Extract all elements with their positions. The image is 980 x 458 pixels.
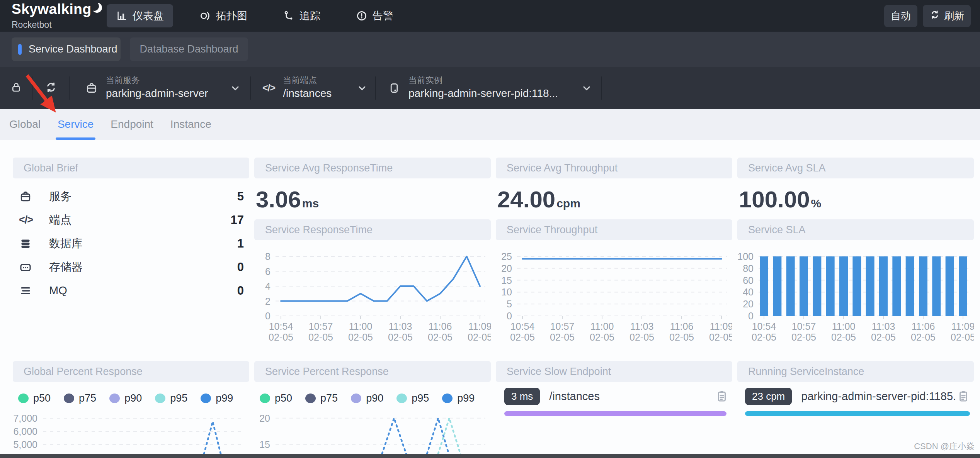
latency-badge: 3 ms	[504, 388, 540, 405]
nav-item-dashboard[interactable]: 仪表盘	[107, 4, 173, 27]
legend-item-p50[interactable]: p50	[260, 392, 292, 404]
global-brief-list: 服务 5 </> 端点 17 数据库 1 存储器 0	[13, 185, 249, 302]
database-icon	[19, 237, 34, 250]
svg-text:20: 20	[743, 299, 754, 309]
card-header: Global Percent Response	[13, 361, 249, 382]
legend-item-p50[interactable]: p50	[18, 392, 51, 404]
scope-tab-service[interactable]: Service	[58, 109, 94, 140]
dashboard-content: Global Brief 服务 5 </> 端点 17 数据库 1	[0, 140, 980, 458]
brief-row-endpoint: </> 端点 17	[13, 208, 249, 232]
svg-text:11:03: 11:03	[872, 321, 895, 332]
legend-item-p75[interactable]: p75	[64, 392, 96, 404]
svg-text:11:00: 11:00	[832, 321, 856, 332]
tab-service-dashboard[interactable]: Service Dashboard	[12, 37, 121, 61]
mq-icon	[19, 284, 34, 297]
svg-text:80: 80	[743, 263, 754, 274]
scope-tab-endpoint[interactable]: Endpoint	[111, 109, 153, 140]
brand-subtitle: Rocketbot	[12, 20, 101, 30]
p99-dot	[201, 394, 211, 403]
brand-logo[interactable]: Skywalking Rocketbot	[12, 2, 101, 30]
nav-item-alarm[interactable]: 告警	[347, 4, 403, 27]
legend-item-p95[interactable]: p95	[396, 392, 429, 404]
svg-text:11:03: 11:03	[389, 321, 412, 332]
card-header: Service Avg Throughput	[496, 158, 732, 178]
current-service-selector[interactable]: 当前服务 parking-admin-server	[70, 67, 250, 109]
p50-dot	[260, 394, 270, 403]
nav-item-topology[interactable]: 拓扑图	[190, 4, 257, 27]
active-tab-marker	[18, 44, 22, 55]
refresh-button[interactable]: 刷新	[923, 5, 971, 27]
chevron-down-icon[interactable]	[230, 83, 241, 93]
svg-text:02-05: 02-05	[550, 332, 575, 343]
cpm-badge: 23 cpm	[745, 388, 792, 405]
avg-response-value: 3.06 ms	[256, 186, 491, 215]
svg-text:02-05: 02-05	[348, 332, 373, 343]
service-response-time-chart: 0246810:5402-0510:5702-0511:0002-0511:03…	[254, 244, 491, 346]
nav-item-label: 拓扑图	[216, 9, 247, 23]
svg-text:11:09: 11:09	[951, 321, 974, 332]
legend-item-p90[interactable]: p90	[351, 392, 383, 404]
service-icon	[19, 190, 34, 203]
scope-tabs: Global Service Endpoint Instance	[0, 109, 980, 140]
legend-item-p99[interactable]: p99	[442, 392, 475, 404]
selector-label: 当前端点	[283, 75, 350, 86]
service-slow-endpoint-card: Service Slow Endpoint 3 ms /instances	[496, 361, 732, 458]
card-header: Service Percent Response	[254, 361, 491, 382]
current-instance-selector[interactable]: 当前实例 parking-admin-server-pid:118...	[376, 67, 601, 109]
svg-text:5: 5	[507, 299, 512, 309]
svg-text:02-05: 02-05	[590, 332, 614, 343]
service-percent-response-chart: 2015	[254, 411, 491, 458]
cache-icon	[19, 261, 34, 274]
current-endpoint-selector[interactable]: </> 当前端点 /instances	[251, 67, 375, 109]
window-bottom-edge	[0, 454, 980, 458]
endpoint-name: /instances	[549, 390, 600, 403]
svg-text:25: 25	[501, 251, 512, 262]
endpoint-icon: </>	[19, 214, 34, 226]
service-sla-chart: 02040608010010:5402-0510:5702-0511:0002-…	[737, 244, 974, 346]
chevron-down-icon[interactable]	[357, 83, 368, 93]
p95-dot	[155, 394, 165, 403]
card-header: Service Avg ResponseTime	[254, 158, 491, 178]
p90-dot	[351, 394, 361, 403]
p75-dot	[64, 394, 74, 403]
legend-item-p75[interactable]: p75	[305, 392, 338, 404]
nav-item-trace[interactable]: 追踪	[274, 4, 330, 27]
scope-tab-instance[interactable]: Instance	[170, 109, 211, 140]
svg-text:02-05: 02-05	[791, 332, 816, 343]
brief-row-database: 数据库 1	[13, 232, 249, 255]
card-header: Service Throughput	[496, 219, 732, 240]
clipboard-icon[interactable]	[715, 390, 728, 403]
svg-text:10:54: 10:54	[752, 321, 776, 332]
reload-selectors-button[interactable]	[33, 67, 69, 109]
selector-label: 当前实例	[408, 75, 574, 86]
dashboard-chart-icon	[116, 10, 128, 22]
clipboard-icon[interactable]	[957, 390, 970, 403]
instance-icon	[388, 81, 401, 95]
nav-item-label: 告警	[373, 9, 393, 23]
scope-tab-global[interactable]: Global	[9, 109, 41, 140]
legend-item-p90[interactable]: p90	[109, 392, 142, 404]
p99-dot	[442, 394, 453, 403]
refresh-icon	[929, 9, 940, 23]
nav-actions: 自动 刷新	[884, 5, 971, 27]
p95-dot	[396, 394, 407, 403]
svg-text:0: 0	[265, 310, 271, 321]
p90-dot	[109, 394, 120, 403]
legend-item-p99[interactable]: p99	[201, 392, 233, 404]
tab-database-dashboard[interactable]: Database Dashboard	[130, 37, 248, 61]
chevron-down-icon[interactable]	[581, 83, 592, 93]
card-header: Service SLA	[737, 219, 974, 240]
svg-text:10:54: 10:54	[269, 321, 293, 332]
percentile-legend: p50 p75 p90 p95 p99	[18, 392, 249, 404]
nav-item-label: 仪表盘	[133, 9, 164, 23]
dashboard-tabs-row: Service Dashboard Database Dashboard	[0, 32, 980, 67]
auto-refresh-button[interactable]: 自动	[884, 5, 917, 27]
lock-button[interactable]	[0, 67, 32, 109]
svg-text:11:03: 11:03	[630, 321, 654, 332]
tab-label: Service Dashboard	[29, 43, 117, 55]
global-percent-response-card: Global Percent Response p50 p75 p90 p95 …	[13, 361, 249, 458]
running-instance-row: 23 cpm parking-admin-server-pid:1185...	[745, 387, 970, 406]
legend-item-p95[interactable]: p95	[155, 392, 187, 404]
global-brief-card: Global Brief 服务 5 </> 端点 17 数据库 1	[13, 158, 249, 346]
divider	[601, 76, 602, 100]
